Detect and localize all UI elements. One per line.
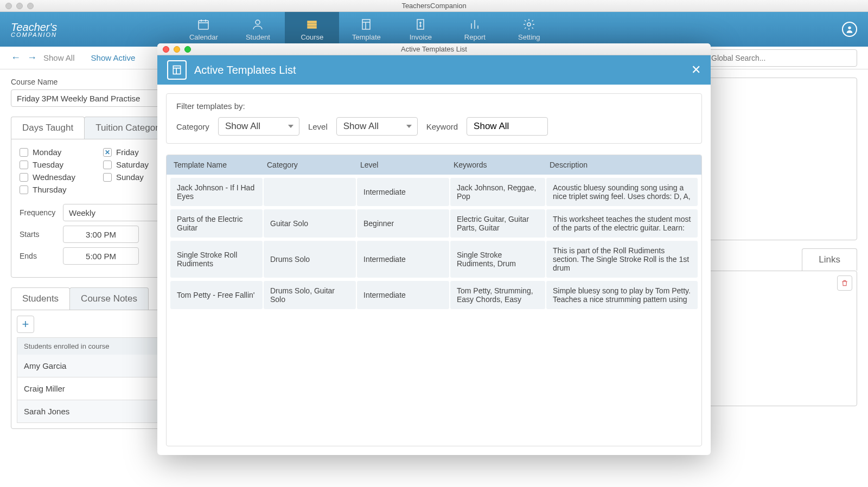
filter-title: Filter templates by:	[176, 101, 692, 111]
col-description: Description	[543, 155, 701, 175]
active-templates-modal: Active Templates List Active Templates L…	[157, 43, 711, 455]
col-category: Category	[260, 155, 353, 175]
table-empty-area	[170, 312, 698, 443]
col-level: Level	[354, 155, 446, 175]
col-template-name: Template Name	[167, 155, 259, 175]
modal-header: Active Templates List ✕	[157, 55, 711, 85]
keyword-input[interactable]	[467, 117, 548, 136]
category-dropdown[interactable]: Show All	[218, 117, 299, 136]
modal-mac-title: Active Templates List	[157, 45, 711, 53]
template-icon	[167, 60, 187, 80]
close-icon[interactable]: ✕	[691, 63, 701, 77]
modal-title: Active Templates List	[194, 64, 296, 76]
filter-card: Filter templates by: Category Show All L…	[166, 93, 702, 144]
col-keywords: Keywords	[447, 155, 542, 175]
level-dropdown[interactable]: Show All	[336, 117, 418, 136]
keyword-label: Keyword	[426, 122, 458, 131]
modal-overlay: Active Templates List Active Templates L…	[0, 0, 868, 487]
table-row[interactable]: Jack Johnson - If I Had Eyes Intermediat…	[170, 178, 698, 206]
table-row[interactable]: Parts of the Electric Guitar Guitar Solo…	[170, 209, 698, 238]
category-label: Category	[176, 122, 209, 131]
templates-table: Template Name Category Level Keywords De…	[166, 155, 702, 446]
table-row[interactable]: Single Stroke Roll Rudiments Drums Solo …	[170, 241, 698, 278]
table-row[interactable]: Tom Petty - Free Fallin' Drums Solo, Gui…	[170, 281, 698, 309]
level-label: Level	[308, 122, 328, 131]
table-header: Template Name Category Level Keywords De…	[167, 155, 701, 175]
